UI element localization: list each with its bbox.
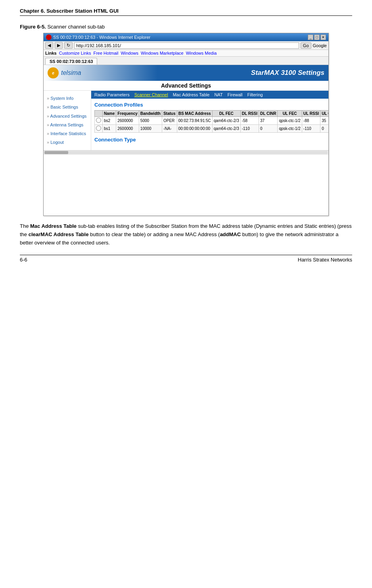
inner-page-header: e telsima StarMAX 3100 Settings xyxy=(44,65,328,81)
telsima-icon: e xyxy=(48,67,59,78)
col-ul-rssi: UL RSSI xyxy=(302,111,320,117)
sidebar-item-antenna-settings[interactable]: Antenna Settings xyxy=(44,120,91,129)
ie-icon xyxy=(46,34,52,40)
scrollbar-thumb[interactable] xyxy=(44,151,68,154)
minimize-btn[interactable]: _ xyxy=(308,34,313,40)
section1-title: Connection Profiles xyxy=(94,102,325,108)
row1-ulcin: 35 xyxy=(320,117,328,125)
row2-dlrssi: -110 xyxy=(240,125,259,133)
browser-page-tab[interactable]: SS 00:02:73:00:12:63 xyxy=(45,58,97,65)
tabs-bar: Radio Parameters Scanner Channel Mac Add… xyxy=(91,91,328,99)
advanced-settings-label: Advanced Settings xyxy=(161,82,211,89)
row1-freq: 2600000 xyxy=(116,117,139,125)
figure-label: Figure 6-5. xyxy=(20,24,46,30)
horizontal-scrollbar[interactable] xyxy=(44,150,328,155)
col-select xyxy=(95,111,103,117)
main-content: Radio Parameters Scanner Channel Mac Add… xyxy=(91,91,328,150)
sidebar-item-interface-statistics[interactable]: Interface Statistics xyxy=(44,129,91,138)
address-bar[interactable] xyxy=(74,42,299,49)
close-btn[interactable]: ✕ xyxy=(320,34,326,40)
row2-bw: 10000 xyxy=(139,125,162,133)
col-status: Status xyxy=(162,111,177,117)
row1-dlrssi: -58 xyxy=(240,117,259,125)
row2-dlfec: qam64-ctc-2/3 xyxy=(212,125,240,133)
link-customize[interactable]: Customize Links xyxy=(59,51,91,55)
telsima-logo: e telsima xyxy=(48,67,81,78)
forward-button[interactable]: ▶ xyxy=(55,42,63,49)
search-label: Google xyxy=(313,43,327,48)
row2-freq: 2600000 xyxy=(116,125,139,133)
browser-tab-bar: SS 00:02:73:00:12:63 xyxy=(44,57,328,65)
add-mac-bold: addMAC xyxy=(220,231,241,237)
back-button[interactable]: ◀ xyxy=(45,42,53,49)
browser-titlebar: SS 00:02:73:00:12:63 - Windows Internet … xyxy=(44,33,328,41)
col-bs-mac: BS MAC Address xyxy=(177,111,212,117)
browser-window: SS 00:02:73:00:12:63 - Windows Internet … xyxy=(43,33,329,216)
row1-select[interactable] xyxy=(95,117,103,125)
col-ul-fec: UL FEC xyxy=(278,111,302,117)
row2-ulrssi: -110 xyxy=(302,125,320,133)
link-hotmail[interactable]: Free Hotmail xyxy=(93,51,118,55)
scrollbar-track xyxy=(44,151,328,154)
col-frequency: Frequency xyxy=(116,111,139,117)
row1-dlfec: qam64-ctc-2/3 xyxy=(212,117,240,125)
col-bandwidth: Bandwidth xyxy=(139,111,162,117)
tab-firewall[interactable]: Firewall xyxy=(225,92,245,98)
col-ul-cin: UL CIN xyxy=(320,111,328,117)
row2-dlcinr: 0 xyxy=(259,125,278,133)
links-bar: Links Customize Links Free Hotmail Windo… xyxy=(44,50,328,57)
col-name: Name xyxy=(103,111,116,117)
row1-bw: 5000 xyxy=(139,117,162,125)
tab-radio-parameters[interactable]: Radio Parameters xyxy=(92,92,132,98)
row1-ulfec: qpsk-ctc-1/2 xyxy=(278,117,302,125)
tab-mac-address-table[interactable]: Mac Address Table xyxy=(171,92,212,98)
sidebar-item-basic-settings[interactable]: Basic Settings xyxy=(44,103,91,111)
row2-ulfec: qpsk-ctc-1/2 xyxy=(278,125,302,133)
row1-name: bs2 xyxy=(103,117,116,125)
refresh-button[interactable]: ↻ xyxy=(64,42,73,49)
row1-dlcinr: 37 xyxy=(259,117,278,125)
telsima-brand: telsima xyxy=(61,69,81,76)
page-number: 6-6 xyxy=(20,257,27,263)
col-dl-fec: DL FEC xyxy=(212,111,240,117)
page-footer: 6-6 Harris Stratex Networks xyxy=(20,255,352,263)
chapter-title: Chapter 6. Subscriber Station HTML GUI xyxy=(20,8,119,14)
figure-title: Scanner channel sub-tab xyxy=(47,24,105,30)
publisher: Harris Stratex Networks xyxy=(298,257,352,263)
links-label: Links xyxy=(45,51,57,55)
inner-body: System Info Basic Settings Advanced Sett… xyxy=(44,91,328,150)
link-windows[interactable]: Windows xyxy=(121,51,138,55)
table-row: bs2 2600000 5000 OPER 00:02:73:84:91:5C … xyxy=(95,117,329,125)
tab-scanner-channel[interactable]: Scanner Channel xyxy=(132,92,171,98)
section2-title: Connection Type xyxy=(94,137,325,143)
mac-address-table-bold: Mac Address Table xyxy=(30,223,77,229)
body-paragraph: The Mac Address Table sub-tab enables li… xyxy=(20,222,352,247)
row2-select[interactable] xyxy=(95,125,103,133)
sidebar-item-advanced-settings[interactable]: Advanced Settings xyxy=(44,112,91,120)
browser-toolbar: ◀ ▶ ↻ Go Google xyxy=(44,41,328,50)
row2-mac: 00:00:00:00:00:00 xyxy=(177,125,212,133)
col-dl-cinr: DL CINR xyxy=(259,111,278,117)
col-dl-rssi: DL RSSI xyxy=(240,111,259,117)
row2-name: bs1 xyxy=(103,125,116,133)
browser-titlebar-left: SS 00:02:73:00:12:63 - Windows Internet … xyxy=(46,34,150,40)
sidebar-item-logout[interactable]: Logout xyxy=(44,138,91,147)
chapter-header: Chapter 6. Subscriber Station HTML GUI xyxy=(20,8,352,16)
go-button[interactable]: Go xyxy=(301,42,311,49)
connection-profiles-table: Name Frequency Bandwidth Status BS MAC A… xyxy=(94,110,328,133)
table-row: bs1 2600000 10000 -NA- 00:00:00:00:00:00… xyxy=(95,125,329,133)
tab-nat[interactable]: NAT xyxy=(212,92,225,98)
advanced-settings-header: Advanced Settings xyxy=(44,81,328,91)
tab-filtering[interactable]: Filtering xyxy=(245,92,265,98)
link-marketplace[interactable]: Windows Marketplace xyxy=(141,51,184,55)
content-area: Connection Profiles Name Frequency Bandw… xyxy=(91,99,328,146)
browser-title: SS 00:02:73:00:12:63 - Windows Internet … xyxy=(53,35,150,40)
row2-ulcin: 0 xyxy=(320,125,328,133)
link-media[interactable]: Windows Media xyxy=(186,51,217,55)
sidebar-item-system-info[interactable]: System Info xyxy=(44,94,91,103)
window-controls: _ □ ✕ xyxy=(308,34,326,40)
row1-status: OPER xyxy=(162,117,177,125)
telsima-icon-letter: e xyxy=(52,71,54,75)
maximize-btn[interactable]: □ xyxy=(314,34,320,40)
figure-caption: Figure 6-5. Scanner channel sub-tab xyxy=(20,24,352,30)
